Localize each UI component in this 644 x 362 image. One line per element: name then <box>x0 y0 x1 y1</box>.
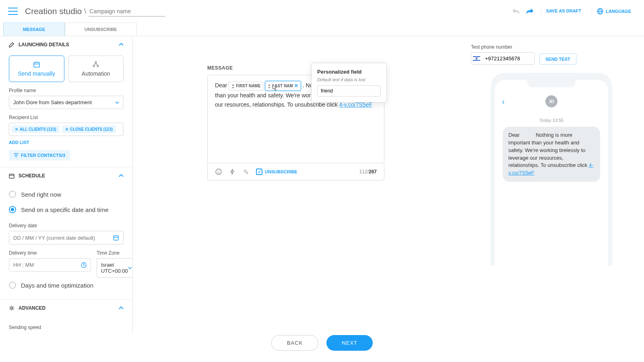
radio-icon <box>9 206 16 213</box>
filter-label: FILTER CONTACTS/3 <box>21 153 65 158</box>
language-label: LANGUAGE <box>606 9 631 14</box>
tag-first-name[interactable]: FIRST NAME <box>229 82 263 90</box>
svg-rect-27 <box>473 56 480 57</box>
chip-label: ALL CLIENTS (123) <box>20 127 56 132</box>
svg-point-9 <box>97 65 99 67</box>
test-phone-field[interactable] <box>471 52 535 65</box>
undo-icon[interactable] <box>510 6 522 17</box>
svg-point-22 <box>268 84 270 86</box>
close-icon[interactable]: ✕ <box>65 127 68 132</box>
svg-line-10 <box>94 63 96 65</box>
svg-rect-17 <box>114 236 118 240</box>
automation-button[interactable]: Automation <box>68 56 124 82</box>
delivery-time-input[interactable] <box>9 258 91 272</box>
back-button[interactable]: BACK <box>271 335 318 351</box>
add-list-button[interactable]: ADD LIST <box>9 140 29 145</box>
close-icon[interactable]: ✕ <box>294 82 298 90</box>
cursor-icon <box>270 84 278 93</box>
days-optimization-option[interactable]: Days and time optimization <box>9 278 124 293</box>
editor-text-dear: Dear <box>215 82 227 88</box>
days-opt-label: Days and time optimization <box>21 282 93 289</box>
personalized-field-popover: Personalized field Default text if data … <box>311 63 387 103</box>
sidebar: LAUNCHING DETAILS Send manually Automati… <box>0 36 133 334</box>
bubble-pre: Dear <box>508 132 521 138</box>
delivery-date-input[interactable] <box>9 231 124 245</box>
unsubscribe-toggle[interactable]: ✓ UNSUBSCRIBE <box>256 169 297 175</box>
phone-date: Today 13:55 <box>500 118 603 123</box>
language-button[interactable]: LANGUAGE <box>592 8 636 14</box>
phone-preview: ‹ JD Today 13:55 Dear Nothing is more im… <box>491 73 612 266</box>
profile-name-value: John Dore from Sales department <box>13 99 92 105</box>
popover-default-input[interactable] <box>317 85 381 97</box>
automation-icon <box>92 61 99 68</box>
delivery-time-label: Delivery time <box>9 250 91 256</box>
schedule-header[interactable]: SCHEDULE <box>0 167 132 184</box>
studio-title: Creation studio <box>25 6 82 16</box>
timezone-value: Israel UTC+00:00 <box>101 262 128 274</box>
radio-icon <box>9 191 16 198</box>
tabs-bar: MESSAGE UNSUBSCRIBE <box>0 23 644 36</box>
send-now-option[interactable]: Send right now <box>9 187 124 202</box>
breadcrumb-separator: \ <box>84 7 86 16</box>
svg-point-21 <box>232 84 234 86</box>
save-as-draft-button[interactable]: SAVE AS DRAFT <box>541 8 586 14</box>
svg-point-8 <box>93 65 95 67</box>
app-header: Creation studio \ SAVE AS DRAFT LANGUAGE <box>0 0 644 23</box>
popover-title: Personalized field <box>317 69 381 75</box>
timezone-select[interactable]: Israel UTC+00:00 <box>97 258 133 278</box>
filter-contacts-button[interactable]: FILTER CONTACTS/3 <box>9 150 70 160</box>
launching-title: LAUNCHING DETAILS <box>19 42 69 47</box>
message-bubble: Dear Nothing is more important than your… <box>503 127 600 182</box>
launching-details-header[interactable]: LAUNCHING DETAILS <box>0 36 132 53</box>
link-icon[interactable] <box>242 168 250 175</box>
next-button[interactable]: NEXT <box>326 335 373 351</box>
tab-message[interactable]: MESSAGE <box>3 23 65 36</box>
unsubscribe-label: UNSUBSCRIBE <box>265 169 297 174</box>
char-counter: 112/267 <box>359 169 377 175</box>
chip-label: CLOSE CLIENTS (123) <box>70 127 113 132</box>
svg-rect-3 <box>34 62 39 67</box>
svg-point-24 <box>217 171 218 171</box>
delivery-date-field[interactable] <box>13 235 113 241</box>
delivery-time-field[interactable] <box>13 262 81 268</box>
count-used: 112 <box>359 169 367 175</box>
send-manually-label: Send manually <box>18 70 55 77</box>
phone-notch <box>527 80 576 87</box>
test-phone-input[interactable] <box>482 53 534 64</box>
flag-icon[interactable] <box>471 53 482 64</box>
close-icon[interactable]: ✕ <box>15 127 18 132</box>
globe-icon <box>597 8 603 14</box>
person-icon <box>231 84 235 88</box>
send-test-button[interactable]: SEND TEST <box>539 53 576 65</box>
chip-all-clients[interactable]: ✕ALL CLIENTS (123) <box>12 125 60 133</box>
radio-icon <box>9 282 16 289</box>
chip-close-clients[interactable]: ✕CLOSE CLIENTS (123) <box>62 125 116 133</box>
svg-point-20 <box>11 307 13 309</box>
menu-icon[interactable] <box>8 8 18 15</box>
sending-speed-label: Sending speed <box>9 325 124 330</box>
gear-icon <box>9 305 14 311</box>
advanced-title: ADVANCED <box>19 305 45 311</box>
profile-name-select[interactable]: John Dore from Sales department <box>9 96 124 109</box>
svg-rect-28 <box>473 60 480 61</box>
editor-panel: Personalized field Default text if data … <box>133 36 459 334</box>
phone-back-icon[interactable]: ‹ <box>502 97 505 106</box>
editor-toolbar: ✓ UNSUBSCRIBE 112/267 <box>207 163 384 181</box>
send-specific-option[interactable]: Send on a specific date and time <box>9 202 124 217</box>
tag-first-label: FIRST NAME <box>236 83 260 89</box>
chevron-down-icon <box>128 267 132 269</box>
chevron-up-icon <box>119 174 124 177</box>
advanced-header[interactable]: ADVANCED <box>0 299 132 317</box>
svg-rect-15 <box>9 174 14 178</box>
bolt-icon[interactable] <box>229 168 236 175</box>
svg-point-25 <box>219 171 220 171</box>
emoji-icon[interactable] <box>215 168 222 175</box>
chevron-up-icon <box>119 306 124 310</box>
clock-icon <box>81 262 87 268</box>
recipient-chips[interactable]: ✕ALL CLIENTS (123) ✕CLOSE CLIENTS (123) <box>9 123 124 136</box>
campaign-name-input[interactable] <box>89 6 165 16</box>
tab-unsubscribe[interactable]: UNSUBSCRIBE <box>65 23 137 36</box>
send-manually-button[interactable]: Send manually <box>9 56 64 82</box>
redo-icon[interactable] <box>524 6 535 17</box>
recipient-list-label: Recipient List <box>9 115 124 120</box>
